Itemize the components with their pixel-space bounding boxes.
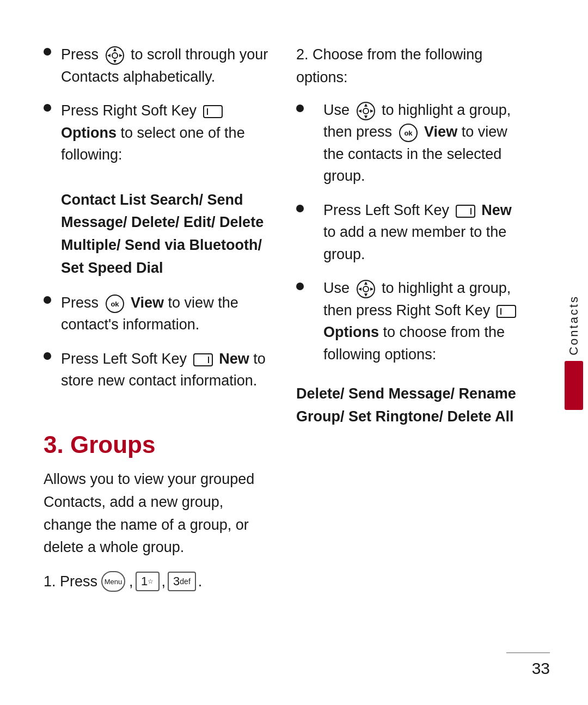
bullet-text-options: Press Right Soft Key Options to select o…: [61, 100, 274, 166]
delete-options: Delete/ Send Message/ Rename Group/ Set …: [296, 383, 527, 428]
ok-icon: ok: [105, 294, 125, 314]
step-2-title: 2. Choose from the following options:: [296, 44, 527, 89]
bullet-text-highlight2: Use to highlight a group, then press Rig…: [323, 277, 527, 365]
bullet-text-highlight: Use to highlight a group, then press: [323, 99, 527, 187]
svg-text:ok: ok: [404, 129, 413, 137]
scroll-icon-2: [356, 101, 376, 121]
right-bullet-list: Use to highlight a group, then press: [296, 99, 527, 378]
svg-marker-16: [364, 103, 367, 107]
key-3-icon: 3def: [168, 572, 196, 591]
list-item: Press Left Soft Key New to store new con…: [44, 348, 274, 392]
left-softkey-icon: [193, 353, 213, 366]
list-item: Press to scroll through your Contacts al…: [44, 44, 274, 88]
bullet-dot: [44, 104, 51, 112]
list-item: Use to highlight a group, then press Rig…: [296, 277, 527, 365]
step-1-line: 1. Press Menu , 1☆ , 3def .: [44, 571, 274, 592]
scroll-icon-3: [356, 279, 376, 299]
bullet-dot: [296, 105, 304, 112]
svg-marker-29: [370, 287, 373, 291]
svg-rect-22: [456, 205, 475, 217]
bullet-dot: [44, 48, 51, 56]
list-item: Press ok View to view the contact's info…: [44, 292, 274, 336]
svg-point-15: [363, 108, 369, 114]
svg-point-25: [363, 286, 369, 292]
bullet-text-scroll: Press to scroll through your Contacts al…: [61, 44, 274, 88]
left-column: Press to scroll through your Contacts al…: [44, 44, 274, 661]
right-softkey-icon-2: [497, 305, 516, 318]
svg-rect-6: [204, 106, 222, 118]
section-description: Allows you to view your grouped Contacts…: [44, 468, 274, 559]
svg-point-1: [112, 53, 118, 58]
bullet-text-new: Press Left Soft Key New to store new con…: [61, 348, 274, 392]
ok-icon-2: ok: [399, 123, 418, 143]
svg-marker-2: [113, 48, 117, 51]
page-container: Press to scroll through your Contacts al…: [0, 0, 588, 705]
left-softkey-icon-2: [456, 205, 475, 218]
svg-marker-5: [119, 54, 122, 57]
scroll-icon: [105, 46, 125, 65]
svg-text:Menu: Menu: [105, 578, 122, 586]
svg-marker-3: [113, 60, 117, 63]
svg-marker-17: [364, 115, 367, 119]
svg-marker-27: [364, 293, 367, 297]
bullet-dot: [44, 352, 51, 360]
svg-marker-18: [358, 109, 362, 113]
right-softkey-icon: [203, 105, 223, 118]
svg-marker-26: [364, 281, 367, 285]
svg-rect-30: [497, 305, 516, 317]
sidebar: Contacts: [560, 0, 588, 705]
right-column: 2. Choose from the following options: Us…: [296, 44, 527, 661]
svg-marker-19: [370, 109, 373, 113]
svg-text:ok: ok: [111, 300, 119, 308]
page-line: [506, 652, 550, 653]
main-content: Press to scroll through your Contacts al…: [0, 0, 560, 705]
sidebar-label: Contacts: [567, 295, 581, 355]
list-item: Use to highlight a group, then press: [296, 99, 527, 187]
contact-list-options: Contact List Search/ Send Message/ Delet…: [61, 189, 274, 280]
svg-rect-10: [194, 354, 212, 366]
bullet-text-new-member: Press Left Soft Key New to add a new mem…: [323, 199, 527, 266]
bullet-list-top: Press to scroll through your Contacts al…: [44, 44, 274, 178]
page-number: 33: [532, 659, 550, 678]
key-1-icon: 1☆: [136, 572, 160, 591]
bullet-list-bottom: Press ok View to view the contact's info…: [44, 292, 274, 404]
menu-key-icon: Menu: [101, 571, 125, 592]
bullet-dot: [44, 296, 51, 304]
bullet-dot: [296, 205, 304, 212]
sidebar-bar: [565, 361, 583, 410]
svg-marker-4: [107, 54, 111, 57]
list-item: Press Right Soft Key Options to select o…: [44, 100, 274, 166]
svg-marker-28: [358, 287, 362, 291]
list-item: Press Left Soft Key New to add a new mem…: [296, 199, 527, 266]
bullet-dot: [296, 283, 304, 290]
section-heading: 3. Groups: [44, 431, 274, 458]
bullet-text-view: Press ok View to view the contact's info…: [61, 292, 274, 336]
